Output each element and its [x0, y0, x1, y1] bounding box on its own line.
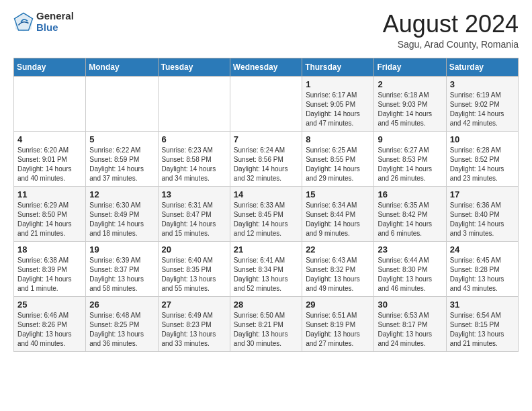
day-number: 4 [17, 134, 82, 144]
table-row: 15Sunrise: 6:34 AM Sunset: 8:44 PM Dayli… [302, 186, 374, 241]
month-title: August 2024 [383, 11, 519, 38]
day-info: Sunrise: 6:33 AM Sunset: 8:45 PM Dayligh… [234, 201, 298, 238]
table-row: 27Sunrise: 6:49 AM Sunset: 8:23 PM Dayli… [158, 296, 230, 351]
day-info: Sunrise: 6:25 AM Sunset: 8:55 PM Dayligh… [306, 146, 370, 183]
header-wednesday: Wednesday [230, 58, 302, 76]
logo: General Blue [13, 11, 74, 33]
day-number: 1 [306, 79, 370, 89]
calendar-body: 1Sunrise: 6:17 AM Sunset: 9:05 PM Daylig… [14, 76, 519, 351]
header-monday: Monday [86, 58, 158, 76]
table-row: 1Sunrise: 6:17 AM Sunset: 9:05 PM Daylig… [302, 76, 374, 131]
table-row: 4Sunrise: 6:20 AM Sunset: 9:01 PM Daylig… [14, 131, 86, 186]
table-row: 21Sunrise: 6:41 AM Sunset: 8:34 PM Dayli… [230, 241, 302, 296]
day-number: 26 [89, 300, 154, 310]
weekday-header-row: Sunday Monday Tuesday Wednesday Thursday… [14, 58, 519, 76]
day-number: 27 [162, 300, 226, 310]
day-info: Sunrise: 6:19 AM Sunset: 9:02 PM Dayligh… [450, 91, 515, 128]
table-row: 16Sunrise: 6:35 AM Sunset: 8:42 PM Dayli… [374, 186, 446, 241]
table-row: 24Sunrise: 6:45 AM Sunset: 8:28 PM Dayli… [446, 241, 518, 296]
day-info: Sunrise: 6:51 AM Sunset: 8:19 PM Dayligh… [306, 311, 370, 349]
header-thursday: Thursday [302, 58, 374, 76]
header-friday: Friday [374, 58, 446, 76]
day-number: 14 [234, 189, 298, 199]
table-row: 2Sunrise: 6:18 AM Sunset: 9:03 PM Daylig… [374, 76, 446, 131]
calendar-week-row: 25Sunrise: 6:46 AM Sunset: 8:26 PM Dayli… [14, 296, 519, 351]
day-info: Sunrise: 6:27 AM Sunset: 8:53 PM Dayligh… [378, 146, 442, 183]
day-number: 22 [306, 244, 370, 255]
day-info: Sunrise: 6:29 AM Sunset: 8:50 PM Dayligh… [17, 201, 82, 238]
day-info: Sunrise: 6:23 AM Sunset: 8:58 PM Dayligh… [162, 146, 226, 183]
table-row: 8Sunrise: 6:25 AM Sunset: 8:55 PM Daylig… [302, 131, 374, 186]
day-number: 11 [17, 189, 82, 199]
day-number: 18 [17, 244, 82, 255]
day-number: 10 [450, 134, 515, 144]
day-number: 21 [234, 244, 298, 255]
table-row: 13Sunrise: 6:31 AM Sunset: 8:47 PM Dayli… [158, 186, 230, 241]
day-number: 23 [378, 244, 442, 255]
table-row: 3Sunrise: 6:19 AM Sunset: 9:02 PM Daylig… [446, 76, 518, 131]
title-block: August 2024 Sagu, Arad County, Romania [383, 11, 519, 50]
table-row: 9Sunrise: 6:27 AM Sunset: 8:53 PM Daylig… [374, 131, 446, 186]
day-number: 29 [306, 300, 370, 310]
calendar-week-row: 11Sunrise: 6:29 AM Sunset: 8:50 PM Dayli… [14, 186, 519, 241]
day-info: Sunrise: 6:50 AM Sunset: 8:21 PM Dayligh… [234, 311, 298, 349]
day-number: 17 [450, 189, 515, 199]
day-number: 30 [378, 300, 442, 310]
day-info: Sunrise: 6:31 AM Sunset: 8:47 PM Dayligh… [162, 201, 226, 238]
table-row: 10Sunrise: 6:28 AM Sunset: 8:52 PM Dayli… [446, 131, 518, 186]
table-row: 11Sunrise: 6:29 AM Sunset: 8:50 PM Dayli… [14, 186, 86, 241]
logo-text: General Blue [36, 11, 74, 33]
table-row: 18Sunrise: 6:38 AM Sunset: 8:39 PM Dayli… [14, 241, 86, 296]
day-number: 20 [162, 244, 226, 255]
day-info: Sunrise: 6:36 AM Sunset: 8:40 PM Dayligh… [450, 201, 515, 238]
table-row: 25Sunrise: 6:46 AM Sunset: 8:26 PM Dayli… [14, 296, 86, 351]
day-info: Sunrise: 6:20 AM Sunset: 9:01 PM Dayligh… [17, 146, 82, 183]
day-info: Sunrise: 6:53 AM Sunset: 8:17 PM Dayligh… [378, 311, 442, 349]
table-row: 22Sunrise: 6:43 AM Sunset: 8:32 PM Dayli… [302, 241, 374, 296]
day-info: Sunrise: 6:54 AM Sunset: 8:15 PM Dayligh… [450, 311, 515, 349]
table-row: 29Sunrise: 6:51 AM Sunset: 8:19 PM Dayli… [302, 296, 374, 351]
day-number: 7 [234, 134, 298, 144]
logo-blue-text: Blue [36, 22, 74, 34]
header-saturday: Saturday [446, 58, 518, 76]
table-row: 28Sunrise: 6:50 AM Sunset: 8:21 PM Dayli… [230, 296, 302, 351]
day-info: Sunrise: 6:38 AM Sunset: 8:39 PM Dayligh… [17, 256, 82, 293]
table-row: 14Sunrise: 6:33 AM Sunset: 8:45 PM Dayli… [230, 186, 302, 241]
day-number: 9 [378, 134, 442, 144]
day-number: 13 [162, 189, 226, 199]
day-number: 16 [378, 189, 442, 199]
table-row: 30Sunrise: 6:53 AM Sunset: 8:17 PM Dayli… [374, 296, 446, 351]
table-row [158, 76, 230, 131]
day-number: 3 [450, 79, 515, 89]
day-number: 12 [89, 189, 154, 199]
table-row: 7Sunrise: 6:24 AM Sunset: 8:56 PM Daylig… [230, 131, 302, 186]
logo-icon [13, 12, 34, 32]
table-row [14, 76, 86, 131]
day-info: Sunrise: 6:24 AM Sunset: 8:56 PM Dayligh… [234, 146, 298, 183]
day-info: Sunrise: 6:28 AM Sunset: 8:52 PM Dayligh… [450, 146, 515, 183]
table-row: 6Sunrise: 6:23 AM Sunset: 8:58 PM Daylig… [158, 131, 230, 186]
table-row: 17Sunrise: 6:36 AM Sunset: 8:40 PM Dayli… [446, 186, 518, 241]
day-info: Sunrise: 6:43 AM Sunset: 8:32 PM Dayligh… [306, 256, 370, 293]
day-number: 8 [306, 134, 370, 144]
day-number: 25 [17, 300, 82, 310]
day-info: Sunrise: 6:41 AM Sunset: 8:34 PM Dayligh… [234, 256, 298, 293]
logo-general-text: General [36, 11, 74, 22]
table-row: 12Sunrise: 6:30 AM Sunset: 8:49 PM Dayli… [86, 186, 158, 241]
table-row [86, 76, 158, 131]
table-row: 23Sunrise: 6:44 AM Sunset: 8:30 PM Dayli… [374, 241, 446, 296]
day-info: Sunrise: 6:35 AM Sunset: 8:42 PM Dayligh… [378, 201, 442, 238]
day-number: 15 [306, 189, 370, 199]
header: General Blue August 2024 Sagu, Arad Coun… [13, 11, 519, 50]
day-info: Sunrise: 6:39 AM Sunset: 8:37 PM Dayligh… [89, 256, 154, 293]
day-info: Sunrise: 6:17 AM Sunset: 9:05 PM Dayligh… [306, 91, 370, 128]
day-number: 2 [378, 79, 442, 89]
location: Sagu, Arad County, Romania [383, 39, 519, 50]
day-info: Sunrise: 6:22 AM Sunset: 8:59 PM Dayligh… [89, 146, 154, 183]
day-info: Sunrise: 6:45 AM Sunset: 8:28 PM Dayligh… [450, 256, 515, 293]
day-info: Sunrise: 6:30 AM Sunset: 8:49 PM Dayligh… [89, 201, 154, 238]
day-number: 6 [162, 134, 226, 144]
day-info: Sunrise: 6:49 AM Sunset: 8:23 PM Dayligh… [162, 311, 226, 349]
header-sunday: Sunday [14, 58, 86, 76]
day-number: 24 [450, 244, 515, 255]
